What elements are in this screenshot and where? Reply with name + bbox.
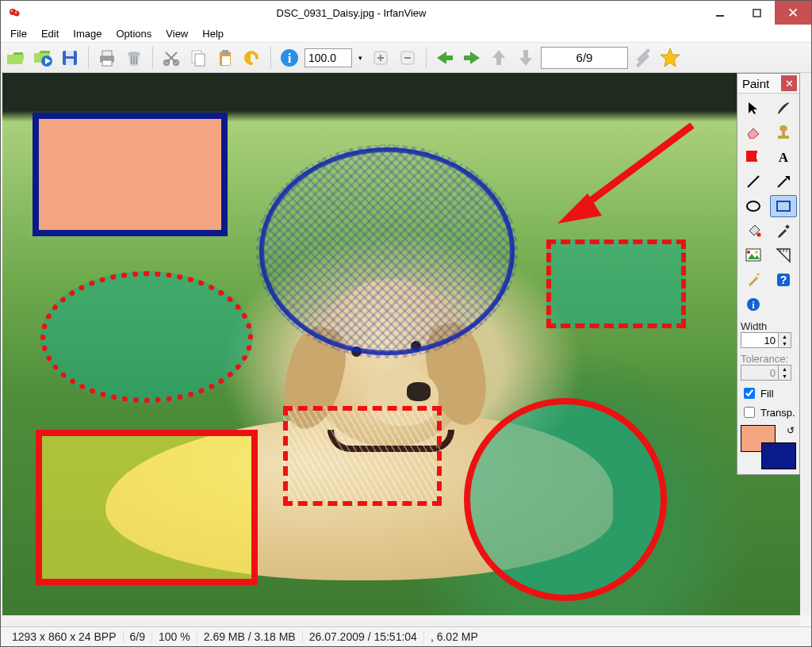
transp-checkbox-row[interactable]: Transp. [737, 403, 799, 422]
slideshow-button[interactable] [31, 46, 55, 70]
svg-point-14 [128, 52, 140, 56]
favorite-button[interactable] [658, 46, 682, 70]
open-button[interactable] [4, 46, 28, 70]
svg-rect-15 [131, 56, 132, 64]
page-indicator[interactable]: 6/9 [541, 47, 628, 69]
svg-rect-35 [496, 57, 501, 65]
menu-image[interactable]: Image [67, 26, 108, 41]
tool-clone[interactable] [770, 121, 798, 144]
print-button[interactable] [95, 46, 119, 70]
tool-fill[interactable] [740, 220, 768, 242]
tolerance-stepper: ▲▼ [779, 365, 791, 381]
svg-rect-9 [66, 51, 74, 56]
info-button[interactable]: i [278, 46, 301, 70]
paste-button[interactable] [213, 46, 237, 70]
svg-rect-33 [464, 56, 471, 60]
paint-tools: A ? i [737, 94, 799, 319]
menu-file[interactable]: File [4, 26, 33, 41]
background-color[interactable] [761, 442, 796, 469]
tool-picker[interactable] [770, 220, 798, 242]
rectangle-icon [776, 200, 791, 212]
svg-line-39 [581, 125, 692, 208]
menu-edit[interactable]: Edit [35, 26, 65, 41]
zoom-input[interactable] [304, 48, 352, 67]
tool-sharpen[interactable] [740, 269, 768, 291]
svg-point-3 [15, 12, 17, 13]
menu-help[interactable]: Help [196, 26, 230, 41]
menu-view[interactable]: View [159, 26, 194, 41]
swap-colors[interactable]: ↺ [787, 425, 795, 436]
tool-help[interactable]: ? [770, 269, 798, 291]
vertical-scrollbar[interactable] [800, 73, 811, 615]
info-icon: i [279, 48, 300, 68]
svg-rect-10 [66, 59, 74, 65]
svg-rect-21 [195, 54, 205, 66]
menu-options[interactable]: Options [110, 26, 159, 41]
horizontal-scrollbar[interactable] [1, 615, 800, 626]
svg-point-1 [14, 11, 20, 17]
next-image-button[interactable] [460, 46, 484, 70]
undo-button[interactable] [240, 46, 264, 70]
svg-point-2 [11, 10, 13, 12]
svg-rect-5 [753, 10, 760, 17]
tool-eraser[interactable] [740, 121, 768, 144]
text-icon: A [776, 150, 791, 164]
tool-arrow[interactable] [770, 170, 798, 193]
zoom-dropdown[interactable]: ▾ [355, 54, 366, 62]
settings-button[interactable] [631, 46, 655, 70]
tool-text[interactable]: A [770, 146, 798, 168]
image-canvas[interactable] [2, 73, 800, 615]
minimize-button[interactable] [702, 1, 738, 25]
window-controls: ✕ [702, 1, 811, 25]
tool-line[interactable] [740, 170, 768, 193]
svg-text:i: i [288, 51, 292, 66]
svg-line-49 [778, 178, 787, 187]
tool-rotate[interactable] [740, 146, 768, 168]
cut-button[interactable] [159, 46, 183, 70]
printer-icon [97, 48, 117, 67]
arrow-down-icon [518, 48, 534, 67]
zoom-out-button[interactable] [396, 46, 419, 70]
svg-rect-17 [136, 56, 137, 64]
prev-page-button[interactable] [487, 46, 511, 70]
svg-rect-31 [446, 56, 453, 60]
zoom-in-button[interactable] [369, 46, 393, 70]
tool-ellipse[interactable] [740, 195, 768, 217]
prev-image-button[interactable] [433, 46, 457, 70]
paint-header[interactable]: Paint ✕ [737, 74, 799, 94]
svg-point-51 [747, 201, 760, 211]
tool-pointer[interactable] [740, 97, 768, 119]
fill-checkbox[interactable] [744, 388, 755, 399]
overlay-arrow [526, 121, 700, 239]
close-button[interactable]: ✕ [775, 1, 811, 25]
title-bar: DSC_0931_Daisy.jpg - IrfanView ✕ [1, 1, 811, 25]
svg-marker-38 [661, 48, 680, 67]
next-page-button[interactable] [514, 46, 538, 70]
paint-close-button[interactable]: ✕ [781, 75, 797, 91]
bucket-icon [745, 223, 761, 239]
svg-rect-13 [102, 60, 112, 66]
delete-button[interactable] [122, 46, 146, 70]
transp-checkbox[interactable] [744, 407, 755, 418]
tool-image[interactable] [740, 244, 768, 266]
eyedropper-icon [776, 223, 791, 239]
fill-checkbox-row[interactable]: Fill [737, 384, 799, 403]
svg-point-53 [757, 233, 761, 237]
slideshow-icon [33, 48, 53, 67]
width-stepper[interactable]: ▲▼ [779, 332, 791, 348]
svg-rect-37 [523, 50, 528, 59]
tool-measure[interactable] [770, 244, 798, 266]
tool-rectangle[interactable] [770, 195, 798, 217]
tool-about[interactable]: i [740, 293, 768, 316]
svg-point-44 [779, 125, 787, 132]
svg-rect-24 [222, 56, 230, 65]
status-datetime: 26.07.2009 / 15:51:04 [303, 630, 424, 643]
maximize-button[interactable] [738, 1, 775, 25]
save-button[interactable] [58, 46, 82, 70]
width-input[interactable] [741, 332, 779, 348]
copy-button[interactable] [186, 46, 210, 70]
overlay-ellipse-hatch [256, 144, 518, 358]
svg-rect-23 [222, 50, 228, 54]
toolbar: i ▾ 6/9 [1, 43, 811, 73]
tool-brush[interactable] [770, 97, 798, 119]
